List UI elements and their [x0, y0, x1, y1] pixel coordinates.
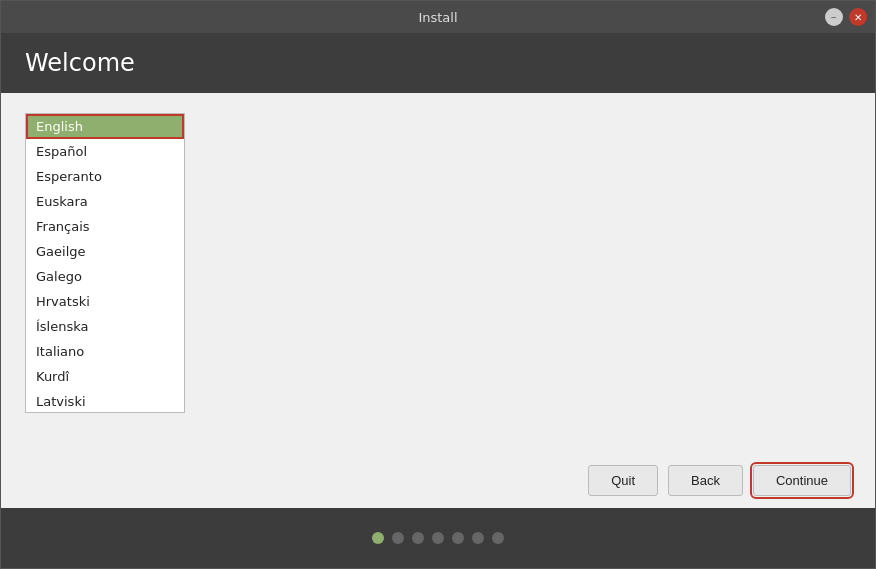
progress-dot-5	[472, 532, 484, 544]
continue-button[interactable]: Continue	[753, 465, 851, 496]
close-button[interactable]: ✕	[849, 8, 867, 26]
progress-dot-3	[432, 532, 444, 544]
window-title: Install	[418, 10, 457, 25]
language-item[interactable]: Íslenska	[26, 314, 184, 339]
language-item[interactable]: Italiano	[26, 339, 184, 364]
language-item[interactable]: Español	[26, 139, 184, 164]
minimize-button[interactable]: −	[825, 8, 843, 26]
install-window: Install − ✕ Welcome EnglishEspañolEspera…	[0, 0, 876, 569]
progress-dot-1	[392, 532, 404, 544]
language-item[interactable]: Latviski	[26, 389, 184, 413]
header: Welcome	[1, 33, 875, 93]
language-item[interactable]: Hrvatski	[26, 289, 184, 314]
progress-dot-0	[372, 532, 384, 544]
page-title: Welcome	[25, 49, 851, 77]
language-list[interactable]: EnglishEspañolEsperantoEuskaraFrançaisGa…	[25, 113, 185, 413]
titlebar-controls: − ✕	[825, 8, 867, 26]
quit-button[interactable]: Quit	[588, 465, 658, 496]
language-item[interactable]: Kurdî	[26, 364, 184, 389]
titlebar: Install − ✕	[1, 1, 875, 33]
language-item[interactable]: Français	[26, 214, 184, 239]
progress-dot-2	[412, 532, 424, 544]
language-item[interactable]: English	[26, 114, 184, 139]
buttons-row: Quit Back Continue	[1, 453, 875, 508]
language-item[interactable]: Esperanto	[26, 164, 184, 189]
progress-dot-6	[492, 532, 504, 544]
back-button[interactable]: Back	[668, 465, 743, 496]
language-item[interactable]: Gaeilge	[26, 239, 184, 264]
progress-dot-4	[452, 532, 464, 544]
language-item[interactable]: Galego	[26, 264, 184, 289]
footer	[1, 508, 875, 568]
content-area: EnglishEspañolEsperantoEuskaraFrançaisGa…	[1, 93, 875, 453]
language-item[interactable]: Euskara	[26, 189, 184, 214]
